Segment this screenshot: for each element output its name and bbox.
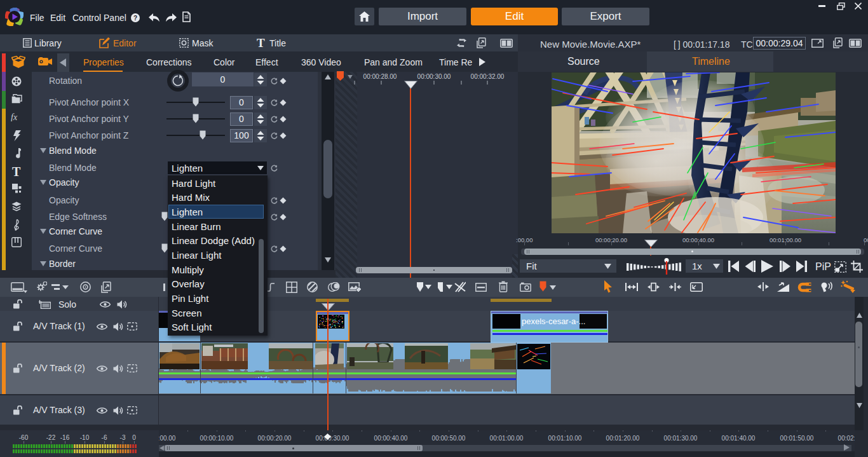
svg-text:fx: fx (11, 113, 18, 121)
svg-text:?: ? (133, 15, 137, 22)
